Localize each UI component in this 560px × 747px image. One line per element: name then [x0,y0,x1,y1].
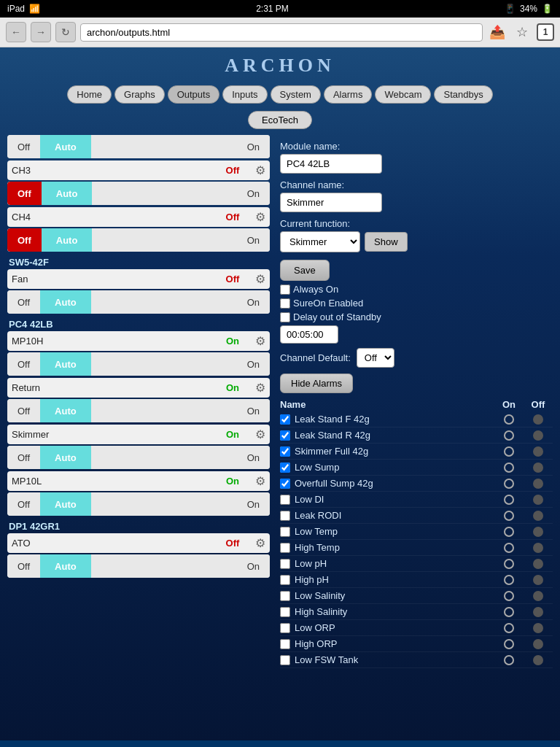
nav-standbys[interactable]: Standbys [434,85,492,104]
show-button[interactable]: Show [365,232,408,252]
alarm-leak-stand-f-off-radio[interactable] [533,414,543,425]
nav-home[interactable]: Home [67,85,112,104]
channel-name-input[interactable] [280,193,382,212]
ato-off-button[interactable]: Off [7,554,40,578]
url-bar[interactable] [80,23,483,42]
skimmer-gear-icon[interactable]: ⚙ [255,427,265,441]
mp10h-gear-icon[interactable]: ⚙ [255,334,265,348]
mp10l-gear-icon[interactable]: ⚙ [255,474,265,488]
bookmark-button[interactable]: ☆ [512,22,532,42]
alarm-leak-stand-r-on-radio[interactable] [504,430,514,441]
alarm-low-temp-checkbox[interactable] [280,527,290,537]
alarm-overfull-sump-off-radio[interactable] [533,479,543,489]
channel-default-select[interactable]: Off On [357,348,394,368]
alarm-high-salinity-on-radio[interactable] [504,607,514,617]
alarm-skimmer-full-off-radio[interactable] [533,446,543,457]
mp10l-off-button[interactable]: Off [7,492,40,516]
alarm-low-sump-on-radio[interactable] [504,462,514,473]
delay-checkbox[interactable] [280,312,290,322]
alarm-high-salinity-off-radio[interactable] [533,607,543,617]
alarm-high-ph-on-radio[interactable] [504,575,514,585]
skimmer-auto-button[interactable]: Auto [40,446,91,469]
nav-outputs[interactable]: Outputs [168,85,220,104]
alarm-leak-rodi-checkbox[interactable] [280,511,290,521]
nav-system[interactable]: System [271,85,321,104]
share-button[interactable]: 📤 [487,22,508,42]
alarm-leak-stand-f-on-radio[interactable] [504,414,514,425]
alarm-low-fsw-tank-off-radio[interactable] [533,655,543,665]
alarm-leak-rodi-on-radio[interactable] [504,511,514,521]
alarm-high-temp-on-radio[interactable] [504,543,514,553]
nav-graphs[interactable]: Graphs [114,85,165,104]
return-auto-button[interactable]: Auto [40,399,91,422]
alarm-low-fsw-tank-on-radio[interactable] [504,655,514,665]
alarm-low-temp-on-radio[interactable] [504,527,514,537]
alarm-leak-rodi-off-radio[interactable] [533,511,543,521]
alarm-low-di-checkbox[interactable] [280,495,290,505]
ato-on-button[interactable]: On [237,554,270,578]
delay-value-input[interactable] [280,325,338,344]
alarm-leak-stand-f-checkbox[interactable] [280,414,290,425]
alarm-overfull-sump-on-radio[interactable] [504,479,514,489]
ch3-on-button[interactable]: On [237,182,270,205]
return-gear-icon[interactable]: ⚙ [255,381,265,395]
alarm-high-ph-checkbox[interactable] [280,575,290,585]
nav-webcam[interactable]: Webcam [375,85,431,104]
alarm-overfull-sump-checkbox[interactable] [280,479,290,489]
alarm-low-di-off-radio[interactable] [533,495,543,505]
alarm-leak-stand-r-off-radio[interactable] [533,430,543,441]
mp10h-off-button[interactable]: Off [7,352,40,376]
ch3-off-button[interactable]: Off [7,182,42,205]
on-button-top[interactable]: On [237,135,270,158]
alarm-low-sump-checkbox[interactable] [280,462,290,473]
fan-off-button[interactable]: Off [7,290,40,314]
alarm-low-orp-on-radio[interactable] [504,623,514,633]
tab-count[interactable]: 1 [537,23,554,41]
sureon-checkbox[interactable] [280,298,290,309]
hide-alarms-button[interactable]: Hide Alarms [280,374,353,393]
alarm-high-temp-off-radio[interactable] [533,543,543,553]
nav-inputs[interactable]: Inputs [222,85,267,104]
alarm-low-sump-off-radio[interactable] [533,462,543,473]
ch4-auto-button[interactable]: Auto [42,228,93,252]
ch3-auto-button[interactable]: Auto [42,182,93,205]
alarm-skimmer-full-checkbox[interactable] [280,446,290,457]
back-button[interactable]: ← [6,22,26,42]
auto-button-top[interactable]: Auto [40,135,91,158]
save-button[interactable]: Save [280,260,330,281]
alarm-low-salinity-off-radio[interactable] [533,591,543,601]
nav-alarms[interactable]: Alarms [324,85,372,104]
alarm-low-ph-off-radio[interactable] [533,559,543,569]
forward-button[interactable]: → [31,22,51,42]
return-off-button[interactable]: Off [7,399,40,422]
mp10h-auto-button[interactable]: Auto [40,352,91,376]
ch4-off-button[interactable]: Off [7,228,42,252]
off-button-top[interactable]: Off [7,135,40,158]
alarm-high-orp-on-radio[interactable] [504,639,514,649]
alarm-leak-stand-r-checkbox[interactable] [280,430,290,441]
ato-auto-button[interactable]: Auto [40,554,91,578]
alarm-high-salinity-checkbox[interactable] [280,607,290,617]
fan-on-button[interactable]: On [237,290,270,314]
alarm-low-temp-off-radio[interactable] [533,527,543,537]
skimmer-on-button[interactable]: On [237,446,270,469]
skimmer-off-button[interactable]: Off [7,446,40,469]
mp10h-on-button[interactable]: On [237,352,270,376]
alarm-high-orp-checkbox[interactable] [280,639,290,649]
function-select[interactable]: Skimmer [280,231,360,252]
alarm-low-orp-off-radio[interactable] [533,623,543,633]
alarm-low-salinity-checkbox[interactable] [280,591,290,601]
alarm-low-ph-checkbox[interactable] [280,559,290,569]
ch4-gear-icon[interactable]: ⚙ [255,210,265,224]
alarm-low-orp-checkbox[interactable] [280,623,290,633]
ch3-gear-icon[interactable]: ⚙ [255,163,265,177]
ato-gear-icon[interactable]: ⚙ [255,536,265,550]
module-name-input[interactable] [280,154,382,174]
alarm-low-fsw-tank-checkbox[interactable] [280,655,290,665]
return-on-button[interactable]: On [237,399,270,422]
mp10l-on-button[interactable]: On [237,492,270,516]
alarm-low-salinity-on-radio[interactable] [504,591,514,601]
mp10l-auto-button[interactable]: Auto [40,492,91,516]
refresh-button[interactable]: ↻ [55,22,76,42]
fan-auto-button[interactable]: Auto [40,290,91,314]
